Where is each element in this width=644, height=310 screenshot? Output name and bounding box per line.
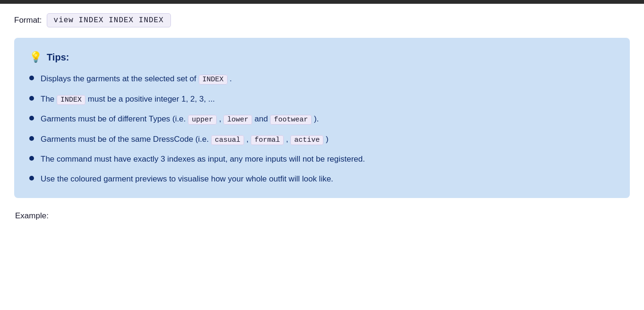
tip-6-text: Use the coloured garment previews to vis… <box>41 173 615 185</box>
format-line: Format: view INDEX INDEX INDEX <box>14 13 630 27</box>
lower-code: lower <box>223 115 252 125</box>
list-item: Garments must be of the same DressCode (… <box>29 133 615 146</box>
index-code-2: INDEX <box>57 95 85 105</box>
formal-code: formal <box>251 135 284 145</box>
casual-code: casual <box>211 135 244 145</box>
tip-3-text: Garments must be of different Types (i.e… <box>41 113 615 126</box>
format-code: view INDEX INDEX INDEX <box>47 13 171 27</box>
list-item: The command must have exactly 3 indexes … <box>29 153 615 165</box>
tips-header: 💡 Tips: <box>29 51 615 63</box>
bullet-icon <box>29 116 34 121</box>
upper-code: upper <box>188 115 217 125</box>
tip-4-text: Garments must be of the same DressCode (… <box>41 133 615 146</box>
footwear-code: footwear <box>270 115 312 125</box>
list-item: Displays the garments at the selected se… <box>29 73 615 86</box>
tips-box: 💡 Tips: Displays the garments at the sel… <box>14 38 630 198</box>
format-label: Format: <box>14 16 42 25</box>
tip-5-text: The command must have exactly 3 indexes … <box>41 153 615 165</box>
page-content: Format: view INDEX INDEX INDEX 💡 Tips: D… <box>0 4 644 230</box>
tip-2-text: The INDEX must be a positive integer 1, … <box>41 93 615 106</box>
top-bar <box>0 0 644 4</box>
bullet-icon <box>29 136 34 141</box>
list-item: Garments must be of different Types (i.e… <box>29 113 615 126</box>
bullet-icon <box>29 96 34 101</box>
bullet-icon <box>29 156 34 161</box>
bullet-icon <box>29 176 34 181</box>
example-label: Example: <box>14 211 630 221</box>
list-item: The INDEX must be a positive integer 1, … <box>29 93 615 106</box>
bullet-icon <box>29 76 34 80</box>
list-item: Use the coloured garment previews to vis… <box>29 173 615 185</box>
tips-list: Displays the garments at the selected se… <box>29 73 615 185</box>
tip-1-text: Displays the garments at the selected se… <box>41 73 615 86</box>
active-code: active <box>290 135 323 145</box>
lightbulb-icon: 💡 <box>29 51 42 63</box>
index-code-1: INDEX <box>199 75 228 85</box>
tips-title: Tips: <box>47 52 69 63</box>
